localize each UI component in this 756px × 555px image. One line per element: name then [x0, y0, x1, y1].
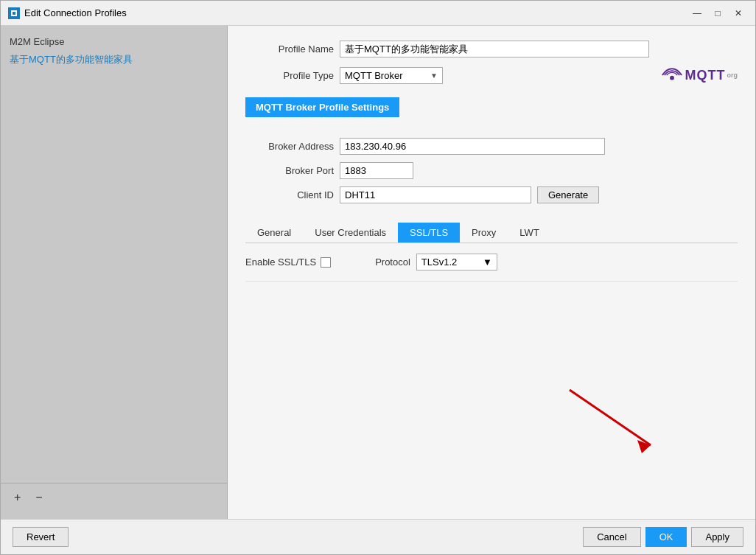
tab-user-credentials[interactable]: User Credentials: [303, 223, 398, 242]
tab-lwt[interactable]: LWT: [508, 223, 550, 242]
sidebar: M2M Eclipse 基于MQTT的多功能智能家具 + −: [1, 26, 228, 519]
profile-name-row: Profile Name: [245, 41, 738, 57]
footer: Revert Cancel OK Apply: [1, 519, 755, 554]
protocol-value: TLSv1.2: [421, 256, 457, 268]
protocol-dropdown-arrow-icon: ▼: [483, 256, 492, 268]
tabs-bar: General User Credentials SSL/TLS Proxy L…: [245, 223, 738, 243]
tab-ssl-tls[interactable]: SSL/TLS: [398, 223, 460, 242]
sidebar-item-profile[interactable]: 基于MQTT的多功能智能家具: [1, 50, 227, 69]
profile-name-label: Profile Name: [245, 43, 334, 55]
ssl-row: Enable SSL/TLS Protocol TLSv1.2 ▼: [245, 254, 738, 270]
protocol-group: Protocol TLSv1.2 ▼: [375, 254, 497, 270]
broker-address-row: Broker Address: [245, 138, 738, 155]
broker-address-label: Broker Address: [245, 141, 334, 152]
remove-profile-button[interactable]: −: [31, 489, 46, 506]
add-profile-button[interactable]: +: [10, 489, 25, 506]
client-id-row: Client ID Generate: [245, 186, 738, 203]
content-area: M2M Eclipse 基于MQTT的多功能智能家具 + − Profile N…: [1, 26, 755, 519]
mqtt-logo: MQTT org: [660, 65, 738, 85]
mqtt-logo-text: MQTT: [685, 68, 726, 83]
broker-address-input[interactable]: [340, 138, 605, 155]
red-arrow-indicator: [555, 375, 673, 464]
window-icon: [8, 7, 20, 19]
broker-port-row: Broker Port: [245, 162, 738, 179]
sidebar-bottom: + −: [1, 483, 227, 512]
client-id-label: Client ID: [245, 189, 334, 200]
main-panel: Profile Name Profile Type MQTT Broker ▼: [228, 26, 755, 519]
arrow-container: [245, 282, 738, 504]
titlebar: Edit Connection Profiles — □ ✕: [1, 1, 755, 26]
generate-button[interactable]: Generate: [537, 186, 599, 203]
dropdown-arrow-icon: ▼: [430, 71, 438, 80]
cancel-button[interactable]: Cancel: [583, 527, 640, 547]
svg-line-4: [570, 390, 651, 445]
section-header: MQTT Broker Profile Settings: [245, 97, 399, 117]
svg-point-3: [670, 76, 674, 80]
svg-marker-5: [637, 440, 651, 453]
enable-ssl-group: Enable SSL/TLS: [245, 256, 331, 268]
tab-proxy[interactable]: Proxy: [460, 223, 508, 242]
mqtt-logo-reg: org: [727, 71, 738, 79]
broker-port-input[interactable]: [340, 162, 413, 179]
ssl-tab-content: Enable SSL/TLS Protocol TLSv1.2 ▼: [245, 243, 738, 282]
client-id-input[interactable]: [340, 186, 531, 203]
broker-port-label: Broker Port: [245, 165, 334, 176]
profile-type-row: Profile Type MQTT Broker ▼: [245, 65, 738, 85]
window-title: Edit Connection Profiles: [24, 7, 683, 18]
minimize-button[interactable]: —: [687, 5, 707, 21]
main-window: Edit Connection Profiles — □ ✕ M2M Eclip…: [0, 0, 756, 555]
apply-button[interactable]: Apply: [691, 527, 743, 547]
ok-button[interactable]: OK: [645, 527, 687, 547]
revert-button[interactable]: Revert: [13, 527, 69, 547]
titlebar-buttons: — □ ✕: [687, 5, 748, 21]
profile-name-input[interactable]: [340, 41, 649, 57]
profile-type-label: Profile Type: [245, 70, 334, 81]
tab-general[interactable]: General: [245, 223, 303, 242]
enable-ssl-label: Enable SSL/TLS: [245, 256, 316, 268]
profile-type-select[interactable]: MQTT Broker ▼: [340, 67, 443, 84]
close-button[interactable]: ✕: [729, 5, 748, 21]
protocol-select[interactable]: TLSv1.2 ▼: [416, 254, 497, 270]
protocol-label: Protocol: [375, 256, 410, 268]
mqtt-logo-icon: [660, 65, 684, 85]
maximize-button[interactable]: □: [708, 5, 727, 21]
svg-rect-2: [13, 12, 15, 15]
profile-type-value: MQTT Broker: [345, 70, 403, 81]
enable-ssl-checkbox[interactable]: [321, 257, 331, 268]
sidebar-group-label: M2M Eclipse: [1, 33, 227, 50]
